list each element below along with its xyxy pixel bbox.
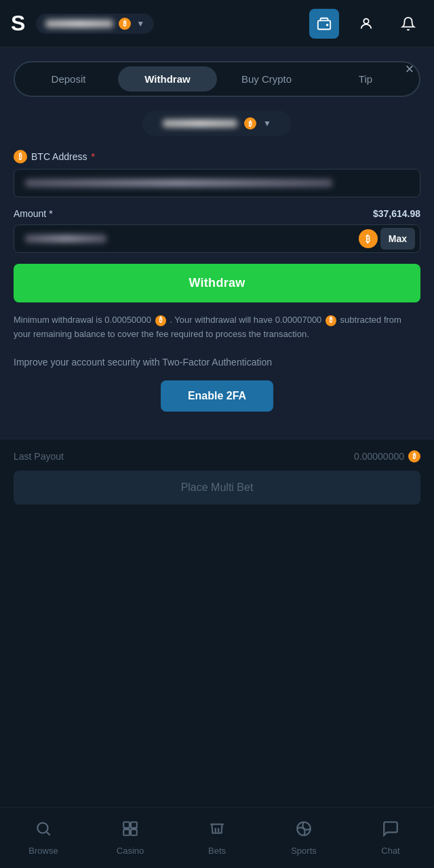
bottom-nav: Browse Casino Bets Sports xyxy=(0,807,434,868)
twofa-prompt-text: Improve your account security with Two-F… xyxy=(14,355,420,370)
btc-label-icon: ₿ xyxy=(14,150,27,163)
amount-group: Amount * $37,614.98 ₿ Max xyxy=(14,208,420,253)
app-header: S ₿ ▼ xyxy=(0,0,434,47)
chat-icon xyxy=(382,820,399,842)
nav-bets[interactable]: Bets xyxy=(174,808,260,868)
balance-amount: $37,614.98 xyxy=(373,208,420,219)
nav-chat[interactable]: Chat xyxy=(347,808,434,868)
amount-blur xyxy=(25,235,106,243)
account-section: ₿ ▼ xyxy=(36,14,309,34)
svg-line-3 xyxy=(47,832,50,835)
amount-input-icons: ₿ Max xyxy=(359,224,420,253)
nav-chat-label: Chat xyxy=(381,846,399,856)
info-btc-icon-2: ₿ xyxy=(326,315,336,326)
nav-sports[interactable]: Sports xyxy=(260,808,347,868)
max-button[interactable]: Max xyxy=(380,228,415,250)
info-btc-icon-1: ₿ xyxy=(155,315,166,326)
enable-2fa-button[interactable]: Enable 2FA xyxy=(161,380,273,412)
info-text-1: Minimum withdrawal is 0.00050000 xyxy=(14,315,151,325)
header-icons xyxy=(309,9,423,39)
nav-casino-label: Casino xyxy=(117,846,144,856)
place-multi-bet-button[interactable]: Place Multi Bet xyxy=(14,471,420,505)
payout-amount: 0.00000000 ₿ xyxy=(354,450,420,462)
nav-casino[interactable]: Casino xyxy=(87,808,174,868)
amount-btc-icon: ₿ xyxy=(359,229,378,248)
balance-pill[interactable]: ₿ ▼ xyxy=(36,14,154,34)
tab-deposit[interactable]: Deposit xyxy=(19,66,118,92)
svg-rect-6 xyxy=(123,829,130,835)
nav-browse-label: Browse xyxy=(28,846,58,856)
amount-label: Amount * xyxy=(14,208,53,219)
currency-selector[interactable]: ₿ ▼ xyxy=(142,111,292,136)
tab-buy-crypto[interactable]: Buy Crypto xyxy=(217,66,316,92)
casino-icon xyxy=(121,820,139,842)
svg-rect-5 xyxy=(131,822,137,828)
required-marker: * xyxy=(91,151,94,162)
btc-address-group: ₿ BTC Address * xyxy=(14,150,420,197)
withdraw-modal: × Deposit Withdraw Buy Crypto Tip ₿ ▼ ₿ … xyxy=(0,47,434,439)
background-content: Last Payout 0.00000000 ₿ Place Multi Bet xyxy=(0,439,434,526)
last-payout-label: Last Payout xyxy=(14,451,64,462)
svg-rect-7 xyxy=(131,829,137,835)
user-profile-button[interactable] xyxy=(351,9,381,39)
balance-blur xyxy=(45,20,113,28)
info-text-2: . Your withdrawal will have 0.00007000 xyxy=(170,315,321,325)
withdrawal-info: Minimum withdrawal is 0.00050000 ₿ . You… xyxy=(14,313,420,342)
browse-icon xyxy=(35,820,52,842)
sports-icon xyxy=(295,820,313,842)
svg-point-1 xyxy=(363,18,368,23)
btc-address-label: ₿ BTC Address * xyxy=(14,150,420,163)
tab-withdraw[interactable]: Withdraw xyxy=(118,66,217,92)
payout-coin-icon: ₿ xyxy=(408,450,420,462)
withdraw-button[interactable]: Withdraw xyxy=(14,264,420,302)
notifications-button[interactable] xyxy=(393,9,423,39)
amount-row: Amount * $37,614.98 xyxy=(14,208,420,219)
currency-coin-icon: ₿ xyxy=(244,117,256,130)
btc-address-input[interactable] xyxy=(14,169,420,197)
currency-blur xyxy=(163,119,237,127)
nav-sports-label: Sports xyxy=(291,846,317,856)
btc-address-blur xyxy=(25,179,332,187)
tab-bar: Deposit Withdraw Buy Crypto Tip xyxy=(14,61,420,97)
amount-input-wrap: ₿ Max xyxy=(14,224,420,253)
nav-browse[interactable]: Browse xyxy=(0,808,87,868)
close-button[interactable]: × xyxy=(399,58,420,80)
amount-required-marker: * xyxy=(49,208,52,219)
app-logo: S xyxy=(11,11,25,36)
payout-value: 0.00000000 xyxy=(354,451,404,462)
nav-bets-label: Bets xyxy=(208,846,226,856)
wallet-button[interactable] xyxy=(309,9,339,39)
currency-chevron-icon: ▼ xyxy=(263,119,271,128)
btc-coin-icon: ₿ xyxy=(119,18,131,30)
bets-icon xyxy=(208,820,226,842)
twofa-section: Improve your account security with Two-F… xyxy=(14,355,420,412)
chevron-down-icon: ▼ xyxy=(136,19,144,28)
svg-rect-4 xyxy=(123,822,130,828)
svg-point-2 xyxy=(37,823,47,833)
last-payout-row: Last Payout 0.00000000 ₿ xyxy=(14,450,420,462)
